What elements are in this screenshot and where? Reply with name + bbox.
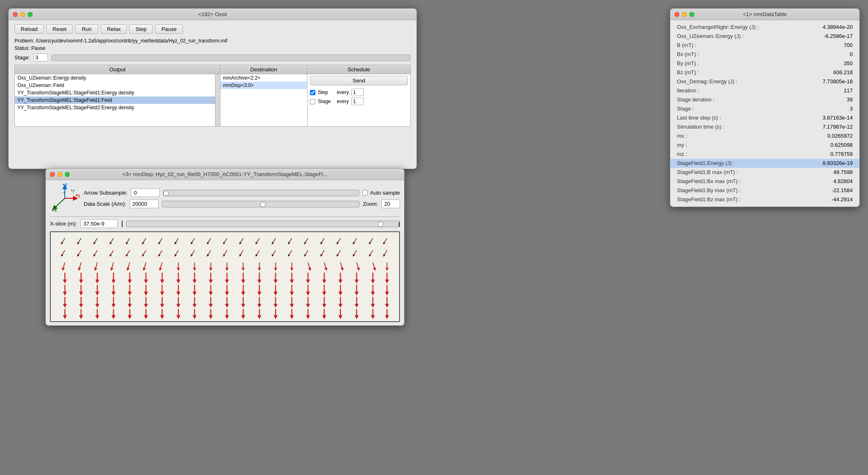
- data-scale-thumb: [260, 202, 265, 207]
- dt-label-11: Simulation time (s) :: [677, 124, 724, 130]
- reset-button[interactable]: Reset: [46, 24, 73, 34]
- stage-every-input[interactable]: [351, 98, 364, 105]
- step-label: Step: [318, 89, 334, 95]
- axis-diagram: +z +y +x -x +y: [50, 183, 80, 213]
- dt-row-8[interactable]: Stage iteration :39: [670, 95, 859, 104]
- run-button[interactable]: Run: [75, 24, 98, 34]
- dt-value-18: -22.1584: [832, 187, 853, 193]
- step-checkbox[interactable]: [310, 90, 315, 95]
- arrows-group: [61, 238, 387, 317]
- pause-button[interactable]: Pause: [155, 24, 183, 34]
- ods-table: Output Oxs_UZeeman::Energy density Oxs_U…: [14, 65, 411, 127]
- svg-line-29: [61, 250, 65, 256]
- output-list[interactable]: Oxs_UZeeman::Energy density Oxs_UZeeman:…: [15, 74, 215, 126]
- maximize-button[interactable]: [28, 12, 33, 17]
- datatable-rows: Oxs_Exchange6Ngbr::Energy (J) :4.38944e-…: [670, 23, 859, 204]
- dt-row-1[interactable]: Oxs_UZeeman::Energy (J) :-6.2586e-17: [670, 32, 859, 41]
- xslice-slider[interactable]: [126, 221, 400, 227]
- vector-field-svg: [51, 232, 399, 321]
- xslice-input[interactable]: [80, 219, 118, 228]
- datatable-title: <1> mmDataTable: [675, 11, 854, 17]
- stage-input[interactable]: [33, 54, 48, 61]
- svg-line-10: [94, 238, 97, 244]
- dt-value-14: 0.778759: [830, 151, 853, 157]
- stage-slider[interactable]: [51, 54, 411, 61]
- data-scale-input[interactable]: [130, 200, 158, 208]
- dt-row-2[interactable]: B (mT) :700: [670, 41, 859, 50]
- output-row-1[interactable]: Oxs_UZeeman::Field: [15, 82, 215, 89]
- dt-row-4[interactable]: By (mT) :350: [670, 59, 859, 68]
- mmdisp-minimize-button[interactable]: [57, 172, 62, 177]
- output-row-2[interactable]: YY_TransformStageMEL:StageField1:Energy …: [15, 89, 215, 96]
- svg-line-41: [256, 250, 260, 256]
- dt-row-5[interactable]: Bz (mT) :606.218: [670, 68, 859, 77]
- arrow-subsample-slider[interactable]: [163, 190, 359, 196]
- svg-line-67: [341, 263, 343, 270]
- send-button[interactable]: Send: [310, 76, 408, 85]
- dt-row-13[interactable]: my :0.625098: [670, 141, 859, 150]
- svg-line-36: [175, 250, 178, 256]
- zoom-label: Zoom:: [363, 201, 378, 207]
- dt-row-6[interactable]: Oxs_Demag::Energy (J) :7.73805e-18: [670, 77, 859, 86]
- dt-row-11[interactable]: Simulation time (s) :7.17987e-12: [670, 122, 859, 132]
- svg-line-44: [305, 250, 308, 256]
- dt-row-12[interactable]: mx :0.0265972: [670, 132, 859, 141]
- stage-checkbox[interactable]: [310, 99, 315, 104]
- dt-label-3: Bx (mT) :: [677, 51, 699, 57]
- dt-row-16[interactable]: StageField1:B max (mT) :49.7598: [670, 168, 859, 177]
- dt-maximize-button[interactable]: [689, 12, 694, 17]
- dt-row-14[interactable]: mz :0.778759: [670, 150, 859, 159]
- destination-row-0[interactable]: mmArchive<2:2>: [220, 74, 307, 82]
- svg-line-56: [160, 263, 162, 270]
- dt-close-button[interactable]: [674, 12, 679, 17]
- svg-line-68: [357, 263, 359, 270]
- svg-line-37: [192, 250, 195, 256]
- mmdisp-content: +z +y +x -x +y Arrow Subsample:: [46, 180, 404, 325]
- svg-line-47: [353, 250, 357, 256]
- step-button[interactable]: Step: [129, 24, 153, 34]
- data-scale-slider[interactable]: [162, 201, 360, 207]
- dt-label-15: StageField1:Energy (J) :: [677, 160, 735, 166]
- minimize-button[interactable]: [20, 12, 25, 17]
- dt-value-10: 3.87163e-14: [823, 115, 853, 121]
- dt-label-2: B (mT) :: [677, 42, 696, 48]
- zoom-input[interactable]: [381, 200, 400, 208]
- dt-minimize-button[interactable]: [682, 12, 687, 17]
- arrow-subsample-row: Arrow Subsample: Auto sample: [84, 188, 400, 197]
- dt-row-19[interactable]: StageField1:Bz max (mT) :-44.2914: [670, 195, 859, 204]
- dt-row-17[interactable]: StageField1:Bx max (mT) :4.82804: [670, 177, 859, 186]
- output-row-0[interactable]: Oxs_UZeeman::Energy density: [15, 74, 215, 82]
- svg-line-21: [272, 238, 276, 244]
- dt-row-3[interactable]: Bx (mT) :0: [670, 50, 859, 59]
- auto-sample-checkbox[interactable]: [362, 190, 368, 195]
- dt-row-18[interactable]: StageField1:By max (mT) :-22.1584: [670, 186, 859, 195]
- svg-line-35: [159, 250, 162, 256]
- close-button[interactable]: [13, 12, 18, 17]
- dt-value-6: 7.73805e-18: [823, 78, 853, 85]
- dt-value-9: 3: [850, 106, 853, 112]
- relax-button[interactable]: Relax: [101, 24, 127, 34]
- arrow-subsample-thumb: [163, 191, 168, 196]
- svg-text:+y: +y: [71, 188, 75, 193]
- destination-list[interactable]: mmArchive<2:2> mmDisp<3:0>: [220, 74, 307, 126]
- dt-label-8: Stage iteration :: [677, 96, 714, 103]
- output-scrollbar[interactable]: [215, 74, 220, 126]
- dt-value-5: 606.218: [833, 69, 853, 75]
- output-row-3[interactable]: YY_TransformStageMEL:StageField1:Field: [15, 96, 215, 104]
- arrow-subsample-input[interactable]: [131, 188, 160, 197]
- dt-value-3: 0: [850, 51, 853, 57]
- mmdisp-close-button[interactable]: [50, 172, 55, 177]
- dt-row-10[interactable]: Last time step (s) :3.87163e-14: [670, 113, 859, 122]
- dt-row-7[interactable]: Iteration :117: [670, 86, 859, 95]
- svg-line-43: [289, 250, 292, 256]
- step-every-input[interactable]: [351, 89, 364, 96]
- dt-row-0[interactable]: Oxs_Exchange6Ngbr::Energy (J) :4.38944e-…: [670, 23, 859, 32]
- dt-row-15[interactable]: StageField1:Energy (J) :8.60326e-19: [670, 159, 859, 168]
- destination-row-1[interactable]: mmDisp<3:0>: [220, 82, 307, 89]
- dt-row-9[interactable]: Stage :3: [670, 104, 859, 113]
- output-row-4[interactable]: YY_TransformStageMEL:StageField2:Energy …: [15, 104, 215, 111]
- svg-line-28: [384, 238, 387, 244]
- xslice-row: X-slice (m):: [50, 216, 400, 228]
- reload-button[interactable]: Reload: [14, 24, 44, 34]
- mmdisp-maximize-button[interactable]: [65, 172, 70, 177]
